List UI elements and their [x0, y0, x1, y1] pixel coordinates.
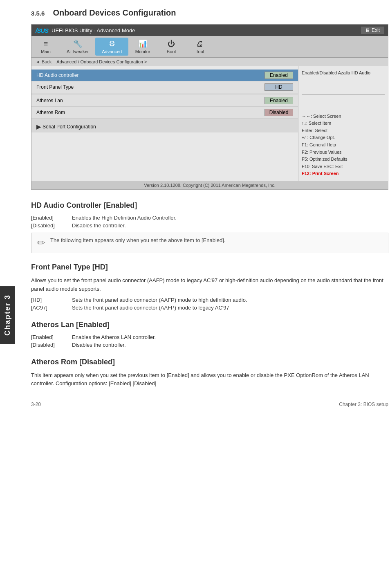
option-desc-disabled: Disables the controller.	[72, 222, 126, 229]
shortcut-f1: F1: General Help	[302, 141, 385, 149]
bios-ui-box: /SUS UEFI BIOS Utility - Advanced Mode 🖥…	[31, 24, 388, 190]
nav-label-boot: Boot	[167, 49, 176, 54]
shortcut-f10-esc: F10: Save ESC: Exit	[302, 163, 385, 171]
shortcut-change-opt: +/-: Change Opt.	[302, 134, 385, 141]
row-label-atheros-lan: Atheros Lan	[36, 98, 264, 103]
shortcut-f12: F12: Print Screen	[302, 170, 385, 177]
exit-label: Exit	[372, 27, 380, 33]
footer-left: 3-20	[31, 402, 41, 407]
section-number: 3.5.6	[31, 10, 45, 17]
bios-row-atheros-lan[interactable]: Atheros Lan Enabled	[31, 95, 298, 107]
front-panel-option-hd: [HD] Sets the front panel audio connecto…	[31, 297, 388, 303]
atheros-lan-key-disabled: [Disabled]	[31, 342, 72, 348]
bios-submenu-serial-port[interactable]: ▶ Serial Port Configuration	[31, 121, 298, 132]
nav-item-ai-tweaker[interactable]: 🔧 Ai Tweaker	[60, 38, 95, 56]
section-heading: 3.5.6 Onboard Devices Configuration	[31, 8, 388, 18]
advanced-icon: ⚙	[109, 39, 115, 48]
row-label-atheros-rom: Atheros Rom	[36, 110, 264, 115]
atheros-lan-desc-enabled: Enables the Atheros LAN controller.	[72, 334, 156, 340]
nav-label-tool: Tool	[196, 49, 204, 54]
exit-button[interactable]: 🖥 Exit	[361, 27, 384, 34]
submenu-label: Serial Port Configuration	[43, 124, 96, 130]
bios-content: HD Audio controller Enabled Front Panel …	[31, 66, 388, 181]
option-desc-ac97: Sets the front panel audio connector (AA…	[72, 305, 229, 311]
note-icon: ✏	[37, 237, 45, 249]
nav-label-ai-tweaker: Ai Tweaker	[67, 49, 89, 54]
nav-item-boot[interactable]: ⏻ Boot	[157, 38, 186, 56]
atheros-lan-key-enabled: [Enabled]	[31, 334, 72, 340]
option-key-hd: [HD]	[31, 297, 72, 303]
atheros-lan-desc-disabled: Disables the controller.	[72, 342, 126, 348]
back-label[interactable]: Back	[42, 59, 52, 64]
shortcut-f5: F5: Optimized Defaults	[302, 156, 385, 163]
exit-icon: 🖥	[365, 27, 370, 33]
hd-audio-option-disabled: [Disabled] Disables the controller.	[31, 222, 388, 229]
section-title: Onboard Devices Configuration	[53, 8, 176, 18]
option-desc-hd: Sets the front panel audio connector (AA…	[72, 297, 247, 303]
nav-label-main: Main	[41, 49, 51, 54]
row-label-front-panel: Front Panel Type	[36, 84, 264, 90]
shortcut-f2: F2: Previous Values	[302, 149, 385, 156]
bios-title-text: UEFI BIOS Utility - Advanced Mode	[52, 27, 135, 34]
row-value-atheros-lan: Enabled	[264, 97, 293, 104]
bios-titlebar-left: /SUS UEFI BIOS Utility - Advanced Mode	[36, 27, 135, 34]
tool-icon: 🖨	[196, 40, 204, 48]
bios-left-panel: HD Audio controller Enabled Front Panel …	[31, 66, 298, 181]
atheros-rom-heading: Atheros Rom [Disabled]	[31, 358, 388, 367]
nav-label-monitor: Monitor	[135, 49, 150, 54]
row-label-hd-audio: HD Audio controller	[36, 72, 264, 78]
bios-row-atheros-rom[interactable]: Atheros Rom Disabled	[31, 107, 298, 119]
front-panel-body: Allows you to set the front panel audio …	[31, 276, 388, 294]
option-key-enabled: [Enabled]	[31, 215, 72, 221]
section-hd-audio: HD Audio Controller [Enabled] [Enabled] …	[31, 201, 388, 253]
chapter-sidebar: Chapter 3	[0, 286, 15, 344]
section-front-panel: Front Panel Type [HD] Allows you to set …	[31, 263, 388, 311]
section-atheros-lan: Atheros Lan [Enabled] [Enabled] Enables …	[31, 321, 388, 348]
atheros-lan-option-enabled: [Enabled] Enables the Atheros LAN contro…	[31, 334, 388, 340]
page-footer: 3-20 Chapter 3: BIOS setup	[31, 398, 388, 407]
bios-titlebar: /SUS UEFI BIOS Utility - Advanced Mode 🖥…	[31, 25, 388, 36]
bios-shortcuts: →←: Select Screen ↑↓: Select Item Enter:…	[302, 113, 385, 177]
shortcut-select-item: ↑↓: Select Item	[302, 120, 385, 127]
row-value-front-panel: HD	[264, 83, 293, 91]
bios-version: Version 2.10.1208. Copyright (C) 2011 Am…	[31, 181, 388, 189]
ai-tweaker-icon: 🔧	[73, 39, 82, 48]
note-box: ✏ The following item appears only when y…	[31, 233, 388, 253]
nav-item-advanced[interactable]: ⚙ Advanced	[95, 38, 128, 56]
atheros-rom-body: This item appears only when you set the …	[31, 371, 388, 388]
hd-audio-heading: HD Audio Controller [Enabled]	[31, 201, 388, 211]
front-panel-heading: Front Panel Type [HD]	[31, 263, 388, 272]
option-key-ac97: [AC97]	[31, 305, 72, 311]
footer-right: Chapter 3: BIOS setup	[339, 402, 388, 407]
atheros-lan-heading: Atheros Lan [Enabled]	[31, 321, 388, 330]
submenu-arrow-icon: ▶	[36, 123, 41, 130]
bios-nav: ≡ Main 🔧 Ai Tweaker ⚙ Advanced 📊 Monitor	[31, 36, 388, 58]
boot-icon: ⏻	[168, 40, 175, 48]
asus-logo: /SUS	[36, 27, 48, 34]
bios-help-text: Enabled/Disabled Azalia HD Audio	[302, 70, 385, 76]
row-value-hd-audio: Enabled	[264, 72, 293, 79]
nav-item-monitor[interactable]: 📊 Monitor	[128, 38, 157, 56]
option-key-disabled: [Disabled]	[31, 222, 72, 229]
hd-audio-option-enabled: [Enabled] Enables the High Definition Au…	[31, 215, 388, 221]
front-panel-option-ac97: [AC97] Sets the front panel audio connec…	[31, 305, 388, 311]
nav-item-main[interactable]: ≡ Main	[31, 38, 60, 56]
monitor-icon: 📊	[138, 39, 147, 48]
atheros-lan-option-disabled: [Disabled] Disables the controller.	[31, 342, 388, 348]
bios-row-front-panel[interactable]: Front Panel Type HD	[31, 81, 298, 93]
bios-row-hd-audio[interactable]: HD Audio controller Enabled	[31, 70, 298, 81]
nav-label-advanced: Advanced	[102, 49, 122, 54]
shortcut-select-screen: →←: Select Screen	[302, 113, 385, 120]
option-desc-enabled: Enables the High Definition Audio Contro…	[72, 215, 177, 221]
back-arrow-icon: ◄	[36, 59, 40, 64]
shortcut-enter: Enter: Select	[302, 127, 385, 135]
nav-item-tool[interactable]: 🖨 Tool	[186, 38, 214, 56]
chapter-label: Chapter 3	[3, 294, 11, 336]
bios-breadcrumb: ◄ Back Advanced \ Onboard Devices Config…	[31, 58, 388, 66]
note-text: The following item appears only when you…	[50, 237, 226, 243]
main-icon: ≡	[44, 40, 48, 48]
bios-right-panel: Enabled/Disabled Azalia HD Audio →←: Sel…	[298, 66, 388, 181]
section-atheros-rom: Atheros Rom [Disabled] This item appears…	[31, 358, 388, 388]
breadcrumb-path: Advanced \ Onboard Devices Configuration…	[56, 59, 147, 64]
row-value-atheros-rom: Disabled	[264, 109, 293, 116]
